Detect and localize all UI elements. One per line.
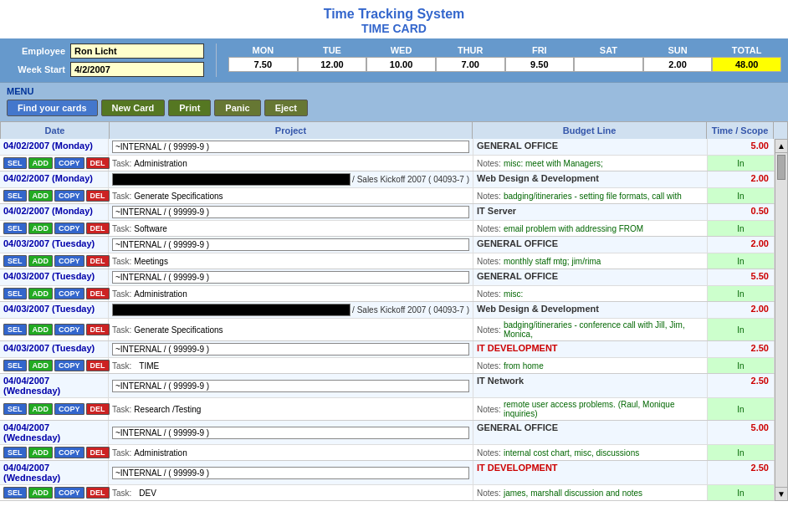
app-container: Time Tracking System TIME CARD Employee … [0, 0, 788, 501]
employee-input[interactable] [70, 43, 204, 59]
notes-cell: Notes: james, marshall discussion and no… [473, 485, 708, 500]
menu-btn-new-card[interactable]: New Card [101, 100, 166, 116]
project-input[interactable] [112, 380, 469, 392]
weekstart-input[interactable] [70, 62, 204, 77]
btn-add[interactable]: ADD [28, 190, 54, 202]
btn-copy[interactable]: COPY [54, 288, 84, 299]
notes-cell: Notes: monthly staff mtg; jim/rima [473, 253, 708, 269]
entry-time: 5.00 [708, 139, 775, 155]
btn-sel[interactable]: SEL [3, 223, 27, 234]
budget-text: GENERAL OFFICE [477, 238, 558, 248]
project-input[interactable] [112, 271, 469, 284]
header: Time Tracking System TIME CARD [0, 0, 788, 38]
btn-sel[interactable]: SEL [3, 403, 27, 415]
app-subtitle: TIME CARD [0, 22, 788, 35]
table-row: 04/02/2007 (Monday)IT Server0.50SELADDCO… [0, 204, 775, 237]
scroll-up-btn[interactable]: ▲ [775, 140, 787, 153]
task-label: Task: [112, 325, 131, 335]
btn-add[interactable]: ADD [28, 447, 54, 458]
project-input[interactable] [112, 304, 351, 316]
entry-budget: GENERAL OFFICE [473, 421, 708, 444]
table-row: 04/04/2007 (Wednesday)GENERAL OFFICE5.00… [0, 421, 775, 461]
btn-del[interactable]: DEL [86, 487, 110, 499]
btn-add[interactable]: ADD [28, 157, 54, 169]
divider [216, 43, 217, 77]
project-input[interactable] [112, 467, 469, 479]
btn-copy[interactable]: COPY [54, 324, 84, 335]
btn-sel[interactable]: SEL [3, 360, 27, 371]
menu-btn-find-your-cards[interactable]: Find your cards [7, 100, 98, 116]
btn-add[interactable]: ADD [28, 403, 54, 415]
notes-value: internal cost chart, misc, discussions [504, 448, 639, 458]
entry-project-cell [109, 461, 473, 484]
btn-add[interactable]: ADD [28, 223, 54, 234]
notes-label: Notes: [477, 257, 501, 266]
project-input[interactable] [112, 427, 469, 439]
hours-value-sun: 2.00 [643, 57, 713, 72]
btn-copy[interactable]: COPY [54, 447, 84, 458]
menu-btn-panic[interactable]: Panic [214, 100, 260, 116]
scroll-thumb[interactable] [777, 155, 785, 180]
btn-copy[interactable]: COPY [54, 403, 84, 415]
budget-text: IT DEVELOPMENT [477, 463, 558, 473]
btn-add[interactable]: ADD [28, 487, 54, 499]
task-cell: Task: Meetings [109, 253, 473, 269]
btn-sel[interactable]: SEL [3, 487, 27, 499]
hours-day-sun: SUN [643, 43, 713, 57]
menu-buttons: Find your cardsNew CardPrintPanicEject [7, 100, 781, 121]
btn-del[interactable]: DEL [86, 324, 110, 335]
scrollbar[interactable]: ▲ ▼ [775, 139, 788, 501]
btn-copy[interactable]: COPY [54, 487, 84, 499]
hours-value-fri: 9.50 [505, 57, 575, 72]
btn-copy[interactable]: COPY [54, 223, 84, 234]
menu-btn-eject[interactable]: Eject [264, 100, 308, 116]
project-input[interactable] [112, 141, 469, 153]
task-after: DEV [139, 489, 156, 498]
btn-del[interactable]: DEL [86, 157, 110, 169]
btn-add[interactable]: ADD [28, 255, 54, 267]
btn-del[interactable]: DEL [86, 223, 110, 234]
task-value: Administration [134, 289, 187, 299]
action-cell: SELADDCOPYDEL [0, 358, 109, 373]
hours-day-mon: MON [228, 43, 298, 57]
notes-cell: Notes: from home [473, 358, 708, 373]
btn-del[interactable]: DEL [86, 190, 110, 202]
btn-add[interactable]: ADD [28, 324, 54, 335]
project-input[interactable] [112, 206, 469, 218]
entry-date: 04/03/2007 (Tuesday) [0, 302, 109, 318]
btn-del[interactable]: DEL [86, 447, 110, 458]
btn-copy[interactable]: COPY [54, 255, 84, 267]
btn-copy[interactable]: COPY [54, 157, 84, 169]
task-value: Generate Specifications [134, 192, 223, 201]
hours-value-tue: 12.00 [298, 57, 367, 72]
entry-project-cell [109, 421, 473, 444]
btn-sel[interactable]: SEL [3, 190, 27, 202]
btn-sel[interactable]: SEL [3, 288, 27, 299]
btn-del[interactable]: DEL [86, 360, 110, 371]
notes-cell: Notes: internal cost chart, misc, discus… [473, 445, 708, 460]
btn-copy[interactable]: COPY [54, 360, 84, 371]
entry-row2: SELADDCOPYDELTask: AdministrationNotes: … [0, 286, 775, 301]
btn-del[interactable]: DEL [86, 403, 110, 415]
notes-value: monthly staff mtg; jim/rima [504, 257, 601, 266]
btn-copy[interactable]: COPY [54, 190, 84, 202]
entry-date: 04/04/2007 (Wednesday) [0, 461, 109, 484]
scroll-down-btn[interactable]: ▼ [775, 487, 787, 500]
btn-sel[interactable]: SEL [3, 447, 27, 458]
btn-add[interactable]: ADD [28, 360, 54, 371]
project-input[interactable] [112, 343, 469, 356]
btn-add[interactable]: ADD [28, 288, 54, 299]
entry-row2: SELADDCOPYDELTask: Generate Specificatio… [0, 188, 775, 203]
menu-btn-print[interactable]: Print [168, 100, 211, 116]
task-cell: Task: Administration [109, 156, 473, 171]
project-input[interactable] [112, 238, 469, 251]
budget-text: IT Network [477, 376, 524, 386]
btn-sel[interactable]: SEL [3, 255, 27, 267]
task-label: Task: [112, 489, 131, 498]
btn-sel[interactable]: SEL [3, 324, 27, 335]
project-input[interactable] [112, 173, 351, 186]
btn-del[interactable]: DEL [86, 255, 110, 267]
btn-del[interactable]: DEL [86, 288, 110, 299]
content-area: 04/02/2007 (Monday)GENERAL OFFICE5.00SEL… [0, 139, 788, 501]
btn-sel[interactable]: SEL [3, 157, 27, 169]
